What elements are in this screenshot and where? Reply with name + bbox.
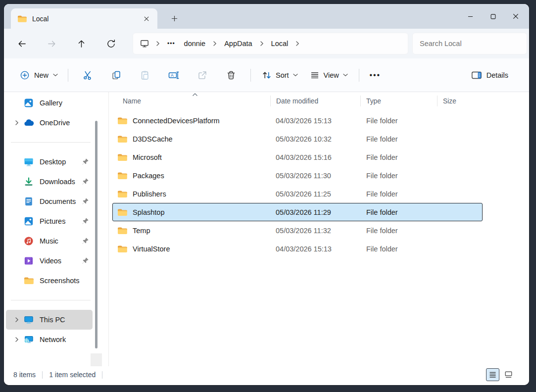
pin-icon: [82, 257, 90, 265]
file-row-virtualstore[interactable]: VirtualStore 04/03/2026 15:13 File folde…: [112, 240, 483, 258]
column-header-date-modified[interactable]: Date modified: [270, 96, 360, 106]
chevron-right-icon[interactable]: [10, 330, 23, 349]
breadcrumb: ••• donnie AppData Local: [133, 33, 408, 54]
sidebar-item-documents[interactable]: Documents: [6, 192, 93, 211]
sidebar-item-onedrive[interactable]: OneDrive: [6, 113, 93, 133]
details-pane-icon: [471, 70, 482, 80]
sidebar-item-downloads[interactable]: Downloads: [6, 172, 93, 192]
breadcrumb-item-appdata[interactable]: AppData: [220, 35, 256, 52]
documents-icon: [23, 196, 34, 207]
chevron-down-icon: [343, 73, 348, 77]
delete-button[interactable]: [217, 65, 245, 85]
folder-icon: [23, 275, 34, 286]
pin-icon: [82, 197, 90, 205]
share-button[interactable]: [188, 65, 217, 85]
breadcrumb-item-donnie[interactable]: donnie: [180, 35, 210, 52]
breadcrumb-item-local[interactable]: Local: [267, 35, 293, 52]
monitor-icon: [140, 39, 149, 49]
large-icons-view-toggle[interactable]: [502, 368, 515, 381]
sidebar-item-network[interactable]: Network: [6, 330, 93, 349]
file-name: Publishers: [133, 190, 166, 198]
cut-button[interactable]: [73, 65, 102, 85]
new-button[interactable]: New: [15, 65, 63, 85]
sidebar-item-screenshots[interactable]: Screenshots: [6, 271, 93, 291]
sidebar-item-this-pc[interactable]: This PC: [6, 310, 93, 330]
pin-icon: [82, 178, 90, 186]
trash-icon: [226, 70, 236, 80]
file-rows: ConnectedDevicesPlatform 04/03/2026 15:1…: [109, 110, 529, 258]
file-date-modified: 05/03/2026 11:30: [271, 172, 361, 180]
column-header-size[interactable]: Size: [437, 96, 485, 106]
column-header-type[interactable]: Type: [360, 96, 437, 106]
search-input[interactable]: [420, 40, 520, 48]
sidebar-separator: [11, 142, 91, 143]
sidebar-item-label: Music: [40, 237, 82, 245]
new-tab-button[interactable]: [166, 10, 183, 27]
maximize-button[interactable]: [482, 4, 504, 29]
sidebar-scrollbar[interactable]: [95, 121, 97, 348]
more-options-button[interactable]: •••: [364, 65, 386, 85]
details-pane-button[interactable]: Details: [465, 65, 514, 85]
sort-icon: [262, 70, 272, 80]
sidebar-item-pictures[interactable]: Pictures: [6, 211, 93, 231]
column-headers: Name Date modified Type Size: [109, 92, 529, 110]
refresh-button[interactable]: [102, 35, 119, 52]
window-controls: [459, 4, 527, 29]
sidebar-item-gallery[interactable]: Gallery: [6, 93, 93, 113]
sort-ascending-icon: [192, 93, 198, 97]
back-icon: [17, 39, 27, 49]
breadcrumb-overflow-button[interactable]: •••: [163, 35, 180, 52]
chevron-right-icon[interactable]: [10, 310, 23, 330]
file-row-packages[interactable]: Packages 05/03/2026 11:30 File folder: [112, 166, 483, 185]
desktop-icon: [23, 156, 34, 167]
minimize-button[interactable]: [459, 4, 482, 29]
up-button[interactable]: [73, 35, 90, 52]
file-date-modified: 04/03/2026 15:13: [271, 117, 361, 125]
view-button-label: View: [324, 71, 339, 79]
breadcrumb-this-pc-button[interactable]: [136, 39, 153, 49]
pin-icon: [82, 237, 90, 245]
column-header-name[interactable]: Name: [109, 96, 270, 106]
file-row-temp[interactable]: Temp 05/03/2026 11:32 File folder: [112, 221, 483, 240]
pin-icon: [82, 158, 90, 166]
file-row-publishers[interactable]: Publishers 05/03/2026 11:25 File folder: [112, 185, 483, 203]
sidebar-item-videos[interactable]: Videos: [6, 251, 93, 271]
folder-icon: [117, 190, 127, 198]
rename-button[interactable]: A: [159, 65, 188, 85]
sidebar-item-desktop[interactable]: Desktop: [6, 152, 93, 172]
file-row-splashtop-selected[interactable]: Splashtop 05/03/2026 11:29 File folder: [112, 203, 483, 221]
file-row-microsoft[interactable]: Microsoft 04/03/2026 15:16 File folder: [112, 148, 483, 166]
onedrive-icon: [23, 117, 34, 128]
sidebar-item-label: Desktop: [40, 158, 82, 166]
paste-button[interactable]: [131, 65, 159, 85]
back-button[interactable]: [13, 35, 30, 52]
chevron-right-icon: [210, 41, 220, 47]
copy-button[interactable]: [102, 65, 131, 85]
refresh-icon: [106, 39, 116, 49]
sidebar-item-music[interactable]: Music: [6, 231, 93, 251]
folder-icon: [117, 153, 127, 161]
forward-button[interactable]: [43, 35, 60, 52]
explorer-tab-local[interactable]: Local: [11, 8, 157, 29]
chevron-right-icon[interactable]: [10, 113, 23, 133]
toolbar-divider: [250, 69, 251, 82]
file-row-connecteddevicesplatform[interactable]: ConnectedDevicesPlatform 04/03/2026 15:1…: [112, 111, 483, 130]
pictures-icon: [23, 216, 34, 227]
sidebar-item-label: Videos: [40, 257, 82, 265]
tab-close-button[interactable]: [140, 12, 153, 26]
large-icons-view-icon: [504, 371, 513, 379]
file-name: D3DSCache: [133, 135, 173, 143]
file-type: File folder: [361, 190, 438, 198]
sort-button[interactable]: Sort: [256, 65, 304, 85]
file-date-modified: 05/03/2026 10:32: [271, 135, 361, 143]
close-button[interactable]: [504, 4, 527, 29]
view-button[interactable]: View: [304, 65, 354, 85]
selection-count: 1 item selected: [49, 371, 96, 379]
pin-icon: [82, 217, 90, 225]
sidebar-scrollbar-track[interactable]: [91, 353, 102, 366]
file-name: Splashtop: [133, 208, 165, 216]
close-icon: [513, 13, 519, 19]
details-view-toggle[interactable]: [486, 368, 499, 381]
file-type: File folder: [361, 153, 438, 161]
file-row-d3dscache[interactable]: D3DSCache 05/03/2026 10:32 File folder: [112, 130, 483, 148]
